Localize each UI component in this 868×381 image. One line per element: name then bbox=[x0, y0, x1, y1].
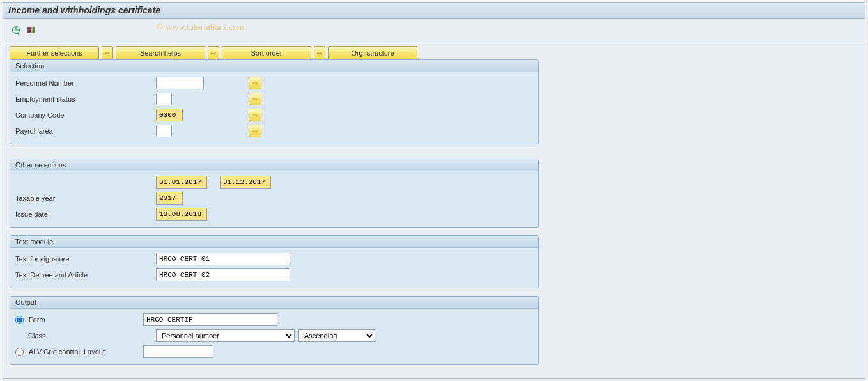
date-to-input[interactable] bbox=[220, 176, 271, 189]
multiple-selection-icon[interactable]: ⇨ bbox=[249, 125, 261, 137]
date-from-input[interactable] bbox=[156, 176, 207, 189]
watermark: © www.tutorialkart.com bbox=[157, 22, 244, 33]
svg-rect-3 bbox=[31, 27, 33, 33]
arrow-icon[interactable]: ⇨ bbox=[314, 46, 325, 59]
issue-date-input[interactable] bbox=[156, 208, 207, 221]
other-selections-group: Other selections Taxable year Issue date bbox=[10, 159, 539, 228]
text-module-header: Text module bbox=[10, 236, 538, 248]
alv-radio[interactable] bbox=[15, 348, 24, 356]
multiple-selection-icon[interactable]: ⇨ bbox=[249, 93, 261, 105]
issue-date-label: Issue date bbox=[15, 210, 156, 218]
form-radio-label: Form bbox=[29, 316, 45, 323]
other-selections-header: Other selections bbox=[10, 159, 538, 171]
selection-header: Selection bbox=[10, 60, 538, 72]
application-toolbar: © www.tutorialkart.com bbox=[3, 19, 865, 42]
personnel-number-input[interactable] bbox=[156, 77, 204, 89]
form-input[interactable] bbox=[143, 313, 277, 326]
output-group: Output Form Class. Personnel number bbox=[10, 296, 539, 365]
order-select[interactable]: Ascending bbox=[298, 329, 375, 342]
further-selections-button[interactable]: Further selections bbox=[10, 46, 99, 59]
svg-rect-4 bbox=[33, 27, 35, 33]
text-signature-label: Text for signature bbox=[15, 255, 156, 263]
personnel-number-label: Personnel Number bbox=[15, 79, 156, 87]
employment-status-input[interactable] bbox=[156, 93, 172, 105]
variant-icon[interactable] bbox=[25, 24, 38, 36]
taxable-year-input[interactable] bbox=[156, 192, 183, 205]
selection-group: Selection Personnel Number ⇨ Employment … bbox=[10, 59, 539, 144]
text-decree-input[interactable] bbox=[156, 268, 290, 281]
page-title: Income and withholdings certificate bbox=[3, 3, 865, 19]
form-radio-row[interactable]: Form bbox=[15, 316, 143, 324]
search-helps-button[interactable]: Search helps bbox=[116, 46, 205, 59]
text-decree-label: Text Decree and Article bbox=[15, 271, 156, 279]
output-header: Output bbox=[10, 297, 538, 309]
sort-order-button[interactable]: Sort order bbox=[222, 46, 311, 59]
payroll-area-input[interactable] bbox=[156, 125, 172, 137]
arrow-icon[interactable]: ⇨ bbox=[208, 46, 219, 59]
company-code-label: Company Code bbox=[15, 111, 156, 119]
alv-radio-label: ALV Grid control: Layout bbox=[29, 348, 105, 355]
execute-icon[interactable] bbox=[10, 24, 22, 36]
alv-layout-input[interactable] bbox=[143, 345, 213, 358]
main-panel: Income and withholdings certificate © ww… bbox=[3, 2, 865, 379]
company-code-input[interactable] bbox=[156, 109, 183, 121]
svg-rect-2 bbox=[29, 27, 31, 33]
employment-status-label: Employment status bbox=[15, 95, 156, 103]
text-signature-input[interactable] bbox=[156, 253, 290, 265]
org-structure-button[interactable]: Org. structure bbox=[328, 46, 417, 59]
svg-rect-1 bbox=[27, 27, 29, 33]
multiple-selection-icon[interactable]: ⇨ bbox=[249, 109, 261, 121]
class-select[interactable]: Personnel number bbox=[156, 329, 295, 342]
alv-radio-row[interactable]: ALV Grid control: Layout bbox=[15, 348, 143, 356]
multiple-selection-icon[interactable]: ⇨ bbox=[249, 77, 261, 89]
arrow-icon[interactable]: ⇨ bbox=[102, 46, 113, 59]
form-radio[interactable] bbox=[15, 316, 24, 324]
class-label: Class. bbox=[15, 332, 156, 339]
taxable-year-label: Taxable year bbox=[15, 194, 156, 202]
payroll-area-label: Payroll area bbox=[15, 127, 156, 135]
content-area: Selection Personnel Number ⇨ Employment … bbox=[3, 59, 865, 379]
text-module-group: Text module Text for signature Text Decr… bbox=[10, 235, 539, 288]
